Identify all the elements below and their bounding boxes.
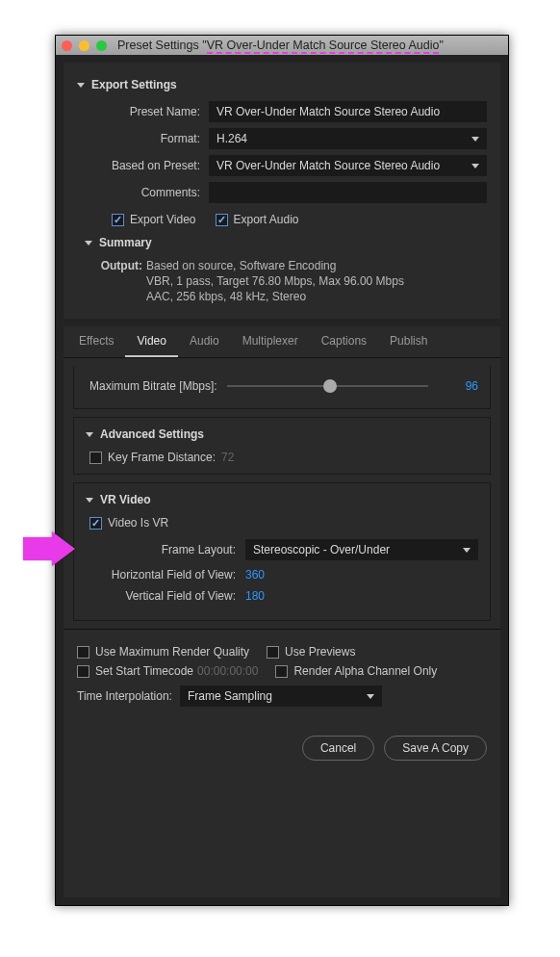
preset-name-label: Preset Name: — [77, 105, 200, 118]
chevron-down-icon — [85, 241, 92, 246]
checkbox-checked-icon — [112, 214, 124, 226]
hfov-value[interactable]: 360 — [245, 568, 265, 582]
vr-video-header[interactable]: VR Video — [86, 493, 478, 506]
max-bitrate-label: Maximum Bitrate [Mbps]: — [89, 379, 217, 393]
annotation-arrow-icon — [23, 531, 75, 566]
export-audio-label: Export Audio — [234, 213, 299, 226]
summary-header[interactable]: Summary — [85, 236, 487, 249]
keyframe-distance-checkbox[interactable]: Key Frame Distance: 72 — [89, 451, 478, 464]
vfov-label: Vertical Field of View: — [86, 589, 236, 603]
minimize-icon[interactable] — [79, 40, 89, 51]
tab-bar: Effects Video Audio Multiplexer Captions… — [64, 326, 500, 358]
alpha-only-label: Render Alpha Channel Only — [293, 664, 437, 678]
start-timecode-label: Set Start Timecode — [95, 664, 193, 678]
titlebar: Preset Settings "VR Over-Under Match Sou… — [56, 36, 508, 55]
export-video-label: Export Video — [130, 213, 196, 226]
summary-line2: VBR, 1 pass, Target 76.80 Mbps, Max 96.0… — [146, 274, 404, 288]
comments-label: Comments: — [77, 186, 200, 199]
summary-label: Summary — [99, 236, 152, 249]
chevron-down-icon — [86, 432, 93, 437]
window-title: Preset Settings "VR Over-Under Match Sou… — [117, 39, 444, 52]
based-on-select[interactable]: VR Over-Under Match Source Stereo Audio — [209, 155, 487, 176]
vr-video-label: VR Video — [100, 493, 150, 506]
chevron-down-icon — [463, 548, 471, 553]
checkbox-icon — [77, 665, 89, 678]
alpha-only-checkbox[interactable]: Render Alpha Channel Only — [275, 664, 437, 678]
time-interpolation-value: Frame Sampling — [188, 689, 272, 703]
summary-line3: AAC, 256 kbps, 48 kHz, Stereo — [146, 290, 306, 303]
checkbox-icon — [275, 665, 288, 678]
tab-captions[interactable]: Captions — [310, 326, 378, 357]
frame-layout-label: Frame Layout: — [86, 543, 236, 556]
time-interpolation-select[interactable]: Frame Sampling — [180, 685, 382, 707]
tab-audio[interactable]: Audio — [178, 326, 231, 357]
close-icon[interactable] — [62, 40, 72, 51]
maximize-icon[interactable] — [96, 40, 107, 51]
frame-layout-value: Stereoscopic - Over/Under — [253, 543, 390, 556]
vfov-value[interactable]: 180 — [245, 589, 265, 603]
preset-settings-window: Preset Settings "VR Over-Under Match Sou… — [55, 35, 509, 906]
frame-layout-select[interactable]: Stereoscopic - Over/Under — [245, 539, 478, 560]
video-is-vr-label: Video Is VR — [108, 516, 168, 530]
chevron-down-icon — [86, 498, 93, 503]
chevron-down-icon — [471, 137, 479, 142]
tab-multiplexer[interactable]: Multiplexer — [231, 326, 310, 357]
checkbox-checked-icon — [216, 214, 228, 226]
slider-thumb[interactable] — [323, 379, 337, 393]
tab-effects[interactable]: Effects — [67, 326, 125, 357]
keyframe-distance-value: 72 — [221, 451, 234, 464]
format-value: H.264 — [216, 132, 247, 145]
start-timecode-value: 00:00:00:00 — [197, 664, 258, 678]
max-bitrate-value[interactable]: 96 — [442, 379, 478, 393]
format-select[interactable]: H.264 — [209, 128, 487, 149]
svg-marker-0 — [23, 531, 75, 566]
max-render-quality-label: Use Maximum Render Quality — [95, 645, 249, 659]
export-audio-checkbox[interactable]: Export Audio — [216, 213, 299, 226]
checkbox-icon — [77, 646, 89, 659]
export-settings-header[interactable]: Export Settings — [77, 78, 487, 91]
time-interpolation-label: Time Interpolation: — [77, 689, 172, 703]
chevron-down-icon — [367, 694, 374, 699]
use-previews-label: Use Previews — [285, 645, 355, 659]
chevron-down-icon — [471, 164, 479, 168]
summary-line1: Based on source, Software Encoding — [146, 259, 336, 272]
video-is-vr-checkbox[interactable]: Video Is VR — [89, 516, 478, 530]
based-on-value: VR Over-Under Match Source Stereo Audio — [216, 159, 440, 172]
comments-input[interactable] — [209, 182, 487, 203]
summary-block: Output:Based on source, Software Encodin… — [96, 259, 487, 303]
save-a-copy-button[interactable]: Save A Copy — [384, 736, 487, 761]
max-bitrate-slider[interactable] — [227, 385, 428, 387]
format-label: Format: — [77, 132, 200, 145]
advanced-settings-label: Advanced Settings — [100, 427, 204, 441]
export-video-checkbox[interactable]: Export Video — [112, 213, 196, 226]
max-render-quality-checkbox[interactable]: Use Maximum Render Quality — [77, 645, 249, 659]
tab-publish[interactable]: Publish — [378, 326, 439, 357]
based-on-label: Based on Preset: — [77, 159, 200, 172]
preset-name-input[interactable] — [209, 101, 487, 122]
checkbox-icon — [267, 646, 279, 659]
advanced-settings-header[interactable]: Advanced Settings — [86, 427, 478, 441]
use-previews-checkbox[interactable]: Use Previews — [267, 645, 355, 659]
start-timecode-checkbox[interactable]: Set Start Timecode00:00:00:00 — [77, 664, 258, 678]
export-settings-label: Export Settings — [91, 78, 177, 91]
checkbox-checked-icon — [89, 517, 102, 530]
cancel-button[interactable]: Cancel — [302, 736, 374, 761]
bottom-panel: Use Maximum Render Quality Use Previews … — [64, 629, 500, 770]
export-settings-panel: Export Settings Preset Name: Format: H.2… — [64, 63, 500, 319]
hfov-label: Horizontal Field of View: — [86, 568, 236, 582]
keyframe-distance-label: Key Frame Distance: — [108, 451, 216, 464]
checkbox-icon — [89, 452, 102, 464]
tab-video[interactable]: Video — [125, 326, 177, 357]
summary-output-label: Output: — [96, 259, 142, 272]
chevron-down-icon — [77, 83, 85, 88]
